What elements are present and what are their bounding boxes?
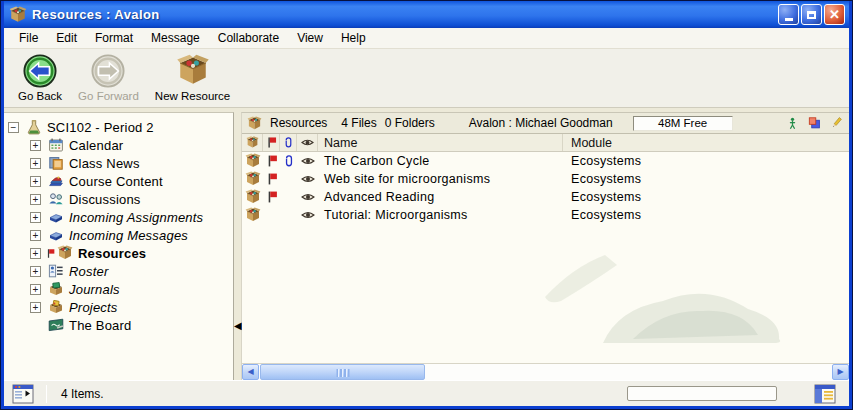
visible-eye-icon: [301, 190, 315, 204]
resources-box-icon: [247, 116, 262, 131]
minimize-icon: [785, 18, 793, 21]
tree-item-calendar[interactable]: + Calendar: [8, 136, 231, 154]
collapse-toggle-icon[interactable]: −: [8, 122, 19, 133]
horizontal-scrollbar[interactable]: ◀ ▶: [242, 363, 849, 380]
expand-toggle-icon[interactable]: +: [30, 266, 41, 277]
expand-toggle-icon[interactable]: +: [30, 248, 41, 259]
menu-edit[interactable]: Edit: [47, 29, 86, 47]
expand-toggle-icon[interactable]: +: [30, 158, 41, 169]
tree-item-label: Resources: [78, 246, 146, 261]
file-name[interactable]: The Carbon Cycle: [318, 152, 563, 170]
tree-item-projects[interactable]: + Projects: [8, 298, 231, 316]
tree-item-journals[interactable]: + Journals: [8, 280, 231, 298]
tree-item-incoming-messages[interactable]: + Incoming Messages: [8, 226, 231, 244]
close-button[interactable]: ✕: [824, 4, 845, 25]
expand-toggle-icon[interactable]: +: [30, 176, 41, 187]
roster-icon: [48, 263, 64, 279]
file-row-carbon-cycle[interactable]: The Carbon Cycle Ecosystems: [242, 152, 849, 170]
tree-item-label: Journals: [69, 282, 120, 297]
file-row-web-site[interactable]: Web site for microorganisms Ecosystems: [242, 170, 849, 188]
tree-item-the-board[interactable]: + The Board: [8, 316, 231, 334]
column-attachment[interactable]: [280, 134, 297, 151]
go-forward-button[interactable]: Go Forward: [72, 53, 145, 103]
file-name[interactable]: Web site for microorganisms: [318, 170, 563, 188]
tree-item-label: Incoming Messages: [69, 228, 188, 243]
expand-toggle-icon[interactable]: +: [30, 194, 41, 205]
application-window: Resources : Avalon ✕ File Edit Format Me…: [0, 0, 853, 410]
edit-pencil-icon[interactable]: [830, 116, 843, 130]
new-resource-label: New Resource: [155, 90, 230, 102]
free-space-label: 48M Free: [658, 117, 707, 129]
tree-item-label: Discussions: [69, 192, 141, 207]
status-bar: 4 Items.: [4, 380, 849, 406]
tree-item-label: The Board: [69, 318, 132, 333]
tree-item-label: Incoming Assignments: [69, 210, 203, 225]
title-bar[interactable]: Resources : Avalon ✕: [4, 1, 849, 28]
expand-toggle-icon[interactable]: +: [30, 140, 41, 151]
file-module: Ecosystems: [563, 170, 849, 188]
menu-message[interactable]: Message: [142, 29, 209, 47]
scroll-right-button[interactable]: ▶: [832, 364, 849, 380]
flag-icon: [265, 172, 279, 186]
tree-root-label: SCI102 - Period 2: [47, 120, 154, 135]
maximize-button[interactable]: [801, 4, 822, 25]
tree-item-discussions[interactable]: + Discussions: [8, 190, 231, 208]
tree-item-course-content[interactable]: + Course Content: [8, 172, 231, 190]
expand-toggle-icon[interactable]: +: [30, 284, 41, 295]
tree-item-class-news[interactable]: + Class News: [8, 154, 231, 172]
minimize-button[interactable]: [778, 4, 799, 25]
box-column-icon: [246, 136, 259, 149]
tree-item-roster[interactable]: + Roster: [8, 262, 231, 280]
column-name[interactable]: Name: [318, 134, 563, 151]
go-back-button[interactable]: Go Back: [12, 53, 68, 103]
scrollbar-thumb[interactable]: [260, 364, 425, 380]
layout-panel-icon[interactable]: [813, 384, 837, 404]
expand-toggle-icon[interactable]: +: [30, 230, 41, 241]
file-name[interactable]: Advanced Reading: [318, 188, 563, 206]
tree-item-incoming-assignments[interactable]: + Incoming Assignments: [8, 208, 231, 226]
back-icon: [23, 54, 57, 88]
tree-root-sci102[interactable]: − SCI102 - Period 2: [8, 118, 231, 136]
new-resource-button[interactable]: New Resource: [149, 53, 236, 103]
layers-icon[interactable]: [808, 116, 821, 130]
incoming-assignments-icon: [48, 209, 64, 225]
files-count: 4 Files: [341, 116, 376, 130]
file-module: Ecosystems: [563, 188, 849, 206]
tree-item-resources[interactable]: + Resources: [8, 244, 231, 262]
column-module[interactable]: Module: [563, 134, 849, 151]
calendar-icon: [48, 137, 64, 153]
class-news-icon: [48, 155, 64, 171]
expand-toggle-icon[interactable]: +: [30, 212, 41, 223]
file-row-advanced-reading[interactable]: Advanced Reading Ecosystems: [242, 188, 849, 206]
person-icon[interactable]: [786, 116, 799, 130]
resources-box-icon: [57, 245, 73, 261]
scroll-left-button[interactable]: ◀: [242, 364, 259, 380]
tree-item-label: Course Content: [69, 174, 163, 189]
menu-format[interactable]: Format: [86, 29, 142, 47]
panel-splitter[interactable]: ◀: [234, 112, 241, 380]
menu-file[interactable]: File: [10, 29, 47, 47]
toggle-tree-panel-icon[interactable]: [12, 384, 34, 404]
incoming-messages-icon: [48, 227, 64, 243]
folders-count: 0 Folders: [385, 116, 435, 130]
main-area: − SCI102 - Period 2 + Calendar + Class N…: [4, 108, 849, 380]
column-flag[interactable]: [263, 134, 280, 151]
forward-icon: [91, 54, 125, 88]
flag-icon: [265, 154, 279, 168]
expand-toggle-icon[interactable]: +: [30, 302, 41, 313]
menu-help[interactable]: Help: [332, 29, 375, 47]
tree-item-label: Projects: [69, 300, 118, 315]
resource-box-icon: [245, 207, 261, 223]
journals-icon: [48, 281, 64, 297]
column-visibility[interactable]: [297, 134, 318, 151]
course-tree-panel: − SCI102 - Period 2 + Calendar + Class N…: [4, 112, 234, 380]
column-type[interactable]: [242, 134, 263, 151]
app-resources-box-icon: [9, 6, 27, 24]
go-back-label: Go Back: [18, 90, 62, 102]
visible-eye-icon: [301, 154, 315, 168]
collapse-panel-icon[interactable]: ◀: [234, 321, 242, 331]
file-row-tutorial[interactable]: Tutorial: Microorganisms Ecosystems: [242, 206, 849, 224]
menu-view[interactable]: View: [288, 29, 332, 47]
file-name[interactable]: Tutorial: Microorganisms: [318, 206, 563, 224]
menu-collaborate[interactable]: Collaborate: [209, 29, 288, 47]
